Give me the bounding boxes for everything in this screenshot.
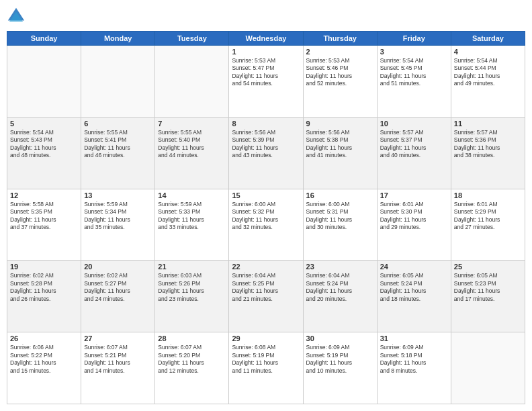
calendar-cell: 10Sunrise: 5:57 AM Sunset: 5:37 PM Dayli…: [377, 117, 451, 189]
calendar-cell: 5Sunrise: 5:54 AM Sunset: 5:43 PM Daylig…: [7, 117, 81, 189]
cell-info: Sunrise: 6:00 AM Sunset: 5:32 PM Dayligh…: [232, 201, 300, 232]
cell-info: Sunrise: 6:09 AM Sunset: 5:18 PM Dayligh…: [380, 344, 448, 375]
weekday-header-sunday: Sunday: [7, 32, 81, 46]
calendar-cell: 3Sunrise: 5:54 AM Sunset: 5:45 PM Daylig…: [377, 46, 451, 118]
calendar-cell: 18Sunrise: 6:01 AM Sunset: 5:29 PM Dayli…: [451, 189, 525, 261]
day-number: 19: [10, 263, 78, 271]
calendar-week-row: 26Sunrise: 6:06 AM Sunset: 5:22 PM Dayli…: [7, 332, 525, 404]
calendar-cell: 15Sunrise: 6:00 AM Sunset: 5:32 PM Dayli…: [229, 189, 303, 261]
day-number: 31: [380, 334, 448, 342]
cell-info: Sunrise: 5:57 AM Sunset: 5:37 PM Dayligh…: [380, 129, 448, 160]
day-number: 26: [10, 334, 78, 342]
weekday-header-wednesday: Wednesday: [229, 32, 303, 46]
calendar-cell: 17Sunrise: 6:01 AM Sunset: 5:30 PM Dayli…: [377, 189, 451, 261]
page: SundayMondayTuesdayWednesdayThursdayFrid…: [0, 0, 532, 411]
cell-info: Sunrise: 6:02 AM Sunset: 5:28 PM Dayligh…: [10, 272, 78, 303]
calendar-week-row: 12Sunrise: 5:58 AM Sunset: 5:35 PM Dayli…: [7, 189, 525, 261]
calendar-cell: 30Sunrise: 6:09 AM Sunset: 5:19 PM Dayli…: [303, 332, 377, 404]
weekday-header-saturday: Saturday: [451, 32, 525, 46]
calendar-cell: 6Sunrise: 5:55 AM Sunset: 5:41 PM Daylig…: [81, 117, 155, 189]
weekday-header-tuesday: Tuesday: [155, 32, 229, 46]
day-number: 6: [84, 120, 152, 128]
calendar-week-row: 5Sunrise: 5:54 AM Sunset: 5:43 PM Daylig…: [7, 117, 525, 189]
day-number: 27: [84, 334, 152, 342]
calendar-cell: 8Sunrise: 5:56 AM Sunset: 5:39 PM Daylig…: [229, 117, 303, 189]
cell-info: Sunrise: 6:04 AM Sunset: 5:25 PM Dayligh…: [232, 272, 300, 303]
day-number: 17: [380, 191, 448, 199]
calendar-cell: 24Sunrise: 6:05 AM Sunset: 5:24 PM Dayli…: [377, 261, 451, 332]
day-number: 14: [158, 191, 226, 199]
calendar-cell: 23Sunrise: 6:04 AM Sunset: 5:24 PM Dayli…: [303, 261, 377, 332]
cell-info: Sunrise: 6:09 AM Sunset: 5:19 PM Dayligh…: [306, 344, 374, 375]
day-number: 9: [306, 120, 374, 128]
calendar-cell: [81, 46, 155, 118]
day-number: 8: [232, 120, 300, 128]
weekday-header-monday: Monday: [81, 32, 155, 46]
day-number: 5: [10, 120, 78, 128]
day-number: 1: [232, 48, 300, 56]
calendar-cell: 13Sunrise: 5:59 AM Sunset: 5:34 PM Dayli…: [81, 189, 155, 261]
day-number: 4: [454, 48, 522, 56]
calendar-cell: 12Sunrise: 5:58 AM Sunset: 5:35 PM Dayli…: [7, 189, 81, 261]
logo-icon: [7, 7, 26, 26]
header: [7, 7, 525, 26]
day-number: 11: [454, 120, 522, 128]
cell-info: Sunrise: 6:07 AM Sunset: 5:21 PM Dayligh…: [84, 344, 152, 375]
day-number: 3: [380, 48, 448, 56]
calendar-cell: 26Sunrise: 6:06 AM Sunset: 5:22 PM Dayli…: [7, 332, 81, 404]
cell-info: Sunrise: 6:03 AM Sunset: 5:26 PM Dayligh…: [158, 272, 226, 303]
calendar-cell: 2Sunrise: 5:53 AM Sunset: 5:46 PM Daylig…: [303, 46, 377, 118]
cell-info: Sunrise: 5:58 AM Sunset: 5:35 PM Dayligh…: [10, 201, 78, 232]
calendar-cell: 28Sunrise: 6:07 AM Sunset: 5:20 PM Dayli…: [155, 332, 229, 404]
calendar-cell: 22Sunrise: 6:04 AM Sunset: 5:25 PM Dayli…: [229, 261, 303, 332]
calendar-cell: 25Sunrise: 6:05 AM Sunset: 5:23 PM Dayli…: [451, 261, 525, 332]
cell-info: Sunrise: 6:04 AM Sunset: 5:24 PM Dayligh…: [306, 272, 374, 303]
calendar-cell: [451, 332, 525, 404]
cell-info: Sunrise: 5:57 AM Sunset: 5:36 PM Dayligh…: [454, 129, 522, 160]
cell-info: Sunrise: 6:07 AM Sunset: 5:20 PM Dayligh…: [158, 344, 226, 375]
day-number: 12: [10, 191, 78, 199]
cell-info: Sunrise: 6:01 AM Sunset: 5:29 PM Dayligh…: [454, 201, 522, 232]
cell-info: Sunrise: 5:59 AM Sunset: 5:34 PM Dayligh…: [84, 201, 152, 232]
calendar-cell: 9Sunrise: 5:56 AM Sunset: 5:38 PM Daylig…: [303, 117, 377, 189]
day-number: 16: [306, 191, 374, 199]
cell-info: Sunrise: 6:01 AM Sunset: 5:30 PM Dayligh…: [380, 201, 448, 232]
calendar-cell: [155, 46, 229, 118]
day-number: 25: [454, 263, 522, 271]
day-number: 15: [232, 191, 300, 199]
calendar-cell: 7Sunrise: 5:55 AM Sunset: 5:40 PM Daylig…: [155, 117, 229, 189]
calendar-cell: [7, 46, 81, 118]
cell-info: Sunrise: 5:56 AM Sunset: 5:39 PM Dayligh…: [232, 129, 300, 160]
weekday-header-friday: Friday: [377, 32, 451, 46]
cell-info: Sunrise: 6:08 AM Sunset: 5:19 PM Dayligh…: [232, 344, 300, 375]
calendar-cell: 11Sunrise: 5:57 AM Sunset: 5:36 PM Dayli…: [451, 117, 525, 189]
calendar-cell: 31Sunrise: 6:09 AM Sunset: 5:18 PM Dayli…: [377, 332, 451, 404]
day-number: 29: [232, 334, 300, 342]
day-number: 2: [306, 48, 374, 56]
calendar-cell: 19Sunrise: 6:02 AM Sunset: 5:28 PM Dayli…: [7, 261, 81, 332]
day-number: 23: [306, 263, 374, 271]
calendar-cell: 4Sunrise: 5:54 AM Sunset: 5:44 PM Daylig…: [451, 46, 525, 118]
logo: [7, 7, 27, 26]
day-number: 18: [454, 191, 522, 199]
day-number: 21: [158, 263, 226, 271]
cell-info: Sunrise: 5:53 AM Sunset: 5:47 PM Dayligh…: [232, 57, 300, 88]
cell-info: Sunrise: 5:59 AM Sunset: 5:33 PM Dayligh…: [158, 201, 226, 232]
calendar-week-row: 19Sunrise: 6:02 AM Sunset: 5:28 PM Dayli…: [7, 261, 525, 332]
cell-info: Sunrise: 5:53 AM Sunset: 5:46 PM Dayligh…: [306, 57, 374, 88]
cell-info: Sunrise: 5:56 AM Sunset: 5:38 PM Dayligh…: [306, 129, 374, 160]
day-number: 30: [306, 334, 374, 342]
cell-info: Sunrise: 6:05 AM Sunset: 5:23 PM Dayligh…: [454, 272, 522, 303]
calendar-cell: 1Sunrise: 5:53 AM Sunset: 5:47 PM Daylig…: [229, 46, 303, 118]
day-number: 28: [158, 334, 226, 342]
cell-info: Sunrise: 5:54 AM Sunset: 5:45 PM Dayligh…: [380, 57, 448, 88]
cell-info: Sunrise: 5:55 AM Sunset: 5:40 PM Dayligh…: [158, 129, 226, 160]
calendar-cell: 27Sunrise: 6:07 AM Sunset: 5:21 PM Dayli…: [81, 332, 155, 404]
cell-info: Sunrise: 5:54 AM Sunset: 5:43 PM Dayligh…: [10, 129, 78, 160]
cell-info: Sunrise: 6:00 AM Sunset: 5:31 PM Dayligh…: [306, 201, 374, 232]
cell-info: Sunrise: 6:06 AM Sunset: 5:22 PM Dayligh…: [10, 344, 78, 375]
day-number: 10: [380, 120, 448, 128]
calendar-cell: 29Sunrise: 6:08 AM Sunset: 5:19 PM Dayli…: [229, 332, 303, 404]
cell-info: Sunrise: 5:55 AM Sunset: 5:41 PM Dayligh…: [84, 129, 152, 160]
calendar-table: SundayMondayTuesdayWednesdayThursdayFrid…: [7, 31, 525, 404]
